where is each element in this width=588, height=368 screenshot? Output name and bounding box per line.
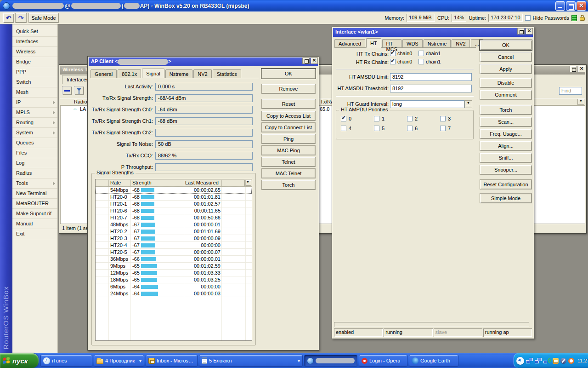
sidebar-item-ppp[interactable]: PPP — [12, 67, 57, 77]
sidebar-item-routing[interactable]: Routing — [12, 118, 57, 128]
table-row-ht20-3[interactable]: HT20-3-6700:00:00.09 — [96, 235, 252, 242]
mail-notification-icon[interactable] — [553, 358, 559, 364]
table-row-48mbps[interactable]: 48Mbps-6700:00:00.01 — [96, 221, 252, 228]
checkbox-chain1[interactable] — [418, 59, 424, 64]
checkbox-chain0[interactable] — [390, 59, 396, 64]
taskbar-button-opera[interactable]: Login - Opera — [359, 355, 407, 367]
ap-restore-button[interactable] — [302, 58, 310, 64]
undo-button[interactable] — [3, 13, 14, 23]
wireless-close-button[interactable] — [578, 66, 585, 72]
simple-mode-button[interactable]: Simple Mode — [480, 193, 532, 203]
column-last-measured[interactable]: Last Measured — [185, 180, 219, 185]
table-row-ht20-1[interactable]: HT20-1-6800:01:02.57 — [96, 201, 252, 207]
ok-button[interactable]: OK — [480, 40, 532, 50]
align-button[interactable]: Align... — [480, 141, 532, 151]
sidebar-item-interfaces[interactable]: Interfaces — [12, 37, 57, 47]
freq-usage-button[interactable]: Freq. Usage... — [480, 129, 532, 139]
torch-button[interactable]: Torch — [480, 105, 532, 115]
launcher-icon[interactable] — [560, 358, 566, 364]
tab-general[interactable]: General — [90, 69, 117, 78]
checkbox-chain1[interactable] — [418, 51, 424, 56]
torch-button[interactable]: Torch — [261, 180, 316, 190]
sidebar-item-switch[interactable]: Switch — [12, 77, 57, 87]
tab-802-1x[interactable]: 802.1x — [118, 69, 141, 78]
tab-advanced[interactable]: Advanced — [334, 39, 365, 47]
sidebar-item-files[interactable]: Files — [12, 148, 57, 158]
table-row-9mbps[interactable]: 9Mbps-6500:01:02.59 — [96, 263, 252, 270]
table-row-6mbps[interactable]: 6Mbps-6400:00:00 — [96, 283, 252, 290]
checkbox-priority-2[interactable] — [407, 116, 413, 121]
column-rate[interactable]: Rate — [110, 180, 121, 185]
reset-button[interactable]: Reset — [261, 99, 316, 109]
ap-client-titlebar[interactable]: AP Client <> — [89, 58, 318, 66]
table-row-ht20-6[interactable]: HT20-6-6800:00:11.65 — [96, 207, 252, 214]
remove-interface-button[interactable] — [62, 86, 72, 95]
table-row-ht20-7[interactable]: HT20-7-6800:00:50.66 — [96, 214, 252, 221]
tray-collapse-icon[interactable] — [516, 357, 524, 365]
column-strength[interactable]: Strength — [132, 180, 152, 185]
sidebar-item-metarouter[interactable]: MetaROUTER — [12, 199, 57, 209]
taskbar-button-folder[interactable]: 4 Проводник — [94, 355, 144, 367]
sidebar-item-make-supout-rif[interactable]: Make Supout.rif — [12, 209, 57, 219]
start-button[interactable]: пуск — [0, 353, 39, 368]
ap-close-button[interactable] — [311, 58, 318, 64]
minimize-button[interactable] — [555, 1, 565, 11]
taskbar-button-outlook[interactable]: Inbox - Microsoft... — [146, 355, 198, 367]
tab-nv2[interactable]: NV2 — [452, 39, 469, 47]
checkbox-priority-7[interactable] — [440, 126, 446, 131]
sidebar-item-system[interactable]: System — [12, 128, 57, 138]
hide-passwords-checkbox[interactable] — [525, 15, 531, 21]
column-menu-button[interactable] — [577, 99, 584, 105]
table-row-24mbps[interactable]: 24Mbps-6400:00:00.03 — [96, 290, 252, 297]
checkbox-priority-0[interactable] — [341, 116, 346, 121]
sidebar-item-manual[interactable]: Manual — [12, 219, 57, 229]
tab-statistics[interactable]: Statistics — [213, 69, 241, 78]
checkbox-priority-3[interactable] — [440, 116, 446, 121]
tab-nv2[interactable]: NV2 — [193, 69, 211, 78]
sidebar-item-new-terminal[interactable]: New Terminal — [12, 189, 57, 199]
table-row-54mbps[interactable]: 54Mbps-6800:00:02.65 — [96, 187, 252, 194]
table-row-ht20-0[interactable]: HT20-0-6800:01:01.81 — [96, 194, 252, 201]
sidebar-item-tools[interactable]: Tools — [12, 178, 57, 189]
cancel-button[interactable]: Cancel — [480, 52, 532, 62]
interface-restore-button[interactable] — [517, 28, 525, 34]
sidebar-item-quick-set[interactable]: Quick Set — [12, 27, 57, 37]
checkbox-priority-4[interactable] — [341, 126, 346, 131]
interface-close-button[interactable] — [526, 28, 533, 34]
table-row-ht20-5[interactable]: HT20-5-6700:00:00.07 — [96, 249, 252, 256]
ping-button[interactable]: Ping — [261, 134, 316, 144]
taskbar-button-earth[interactable]: Google Earth — [409, 355, 458, 367]
mac-telnet-button[interactable]: MAC Telnet — [261, 168, 316, 178]
table-row-12mbps[interactable]: 12Mbps-6500:01:03.33 — [96, 270, 252, 276]
snooper-button[interactable]: Snooper... — [480, 165, 532, 175]
sidebar-item-radius[interactable]: Radius — [12, 168, 57, 178]
checkbox-priority-5[interactable] — [374, 126, 379, 131]
redo-button[interactable] — [15, 13, 27, 23]
table-row-36mbps[interactable]: 36Mbps-6600:00:00.01 — [96, 256, 252, 263]
sidebar-item-mpls[interactable]: MPLS — [12, 108, 57, 118]
sidebar-item-exit[interactable]: Exit — [12, 229, 57, 239]
taskbar-button-notepad[interactable]: 5 Блокнот — [199, 355, 303, 367]
copy-to-connect-list-button[interactable]: Copy to Connect List — [261, 122, 316, 132]
find-input[interactable]: Find — [559, 87, 582, 95]
checkbox-priority-6[interactable] — [407, 126, 413, 131]
taskbar-button-itunes[interactable]: iTunes — [40, 355, 92, 367]
opera-tray-icon[interactable] — [568, 358, 574, 364]
guard-interval-dropdown-button[interactable] — [464, 100, 472, 108]
sniff-button[interactable]: Sniff... — [480, 153, 532, 163]
copy-to-access-list-button[interactable]: Copy to Access List — [261, 111, 316, 121]
taskbar-button-winbox[interactable] — [304, 355, 357, 367]
sidebar-item-wireless[interactable]: Wireless — [12, 47, 57, 57]
reset-configuration-button[interactable]: Reset Configuration — [480, 179, 532, 190]
disable-button[interactable]: Disable — [480, 78, 532, 88]
comment-button[interactable]: Comment — [480, 90, 532, 100]
guard-interval-combobox[interactable]: long — [390, 100, 464, 108]
sidebar-item-log[interactable]: Log — [12, 158, 57, 168]
table-row-18mbps[interactable]: 18Mbps-6500:01:03.25 — [96, 276, 252, 283]
checkbox-chain0[interactable] — [390, 51, 396, 56]
table-row-ht20-2[interactable]: HT20-2-6700:01:01.69 — [96, 228, 252, 235]
tab-nstreme[interactable]: Nstreme — [165, 69, 193, 78]
sidebar-item-bridge[interactable]: Bridge — [12, 57, 57, 67]
restore-button[interactable] — [566, 1, 576, 11]
amsdu-threshold-field[interactable]: 8192 — [390, 85, 472, 92]
